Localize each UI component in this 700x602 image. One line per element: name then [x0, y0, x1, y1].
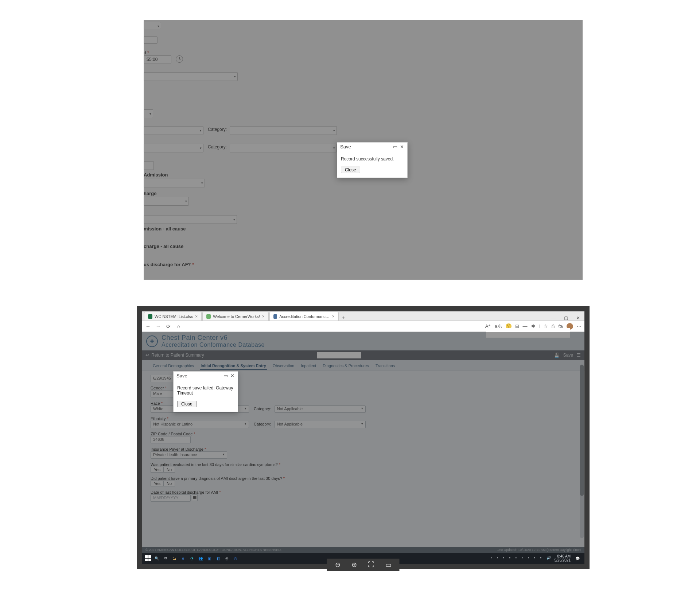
- new-tab-button[interactable]: +: [339, 314, 347, 321]
- search-icon[interactable]: 🔍: [153, 554, 161, 562]
- clock-time: 8:46 AM: [555, 554, 571, 558]
- browser-tab-1[interactable]: WC NSTEMI List.xlsx ×: [144, 312, 202, 321]
- modal-title: Save: [340, 144, 351, 149]
- svg-rect-0: [145, 555, 148, 558]
- close-window-icon[interactable]: ✕: [572, 315, 584, 321]
- ie-icon[interactable]: e: [179, 554, 187, 562]
- maximize-icon[interactable]: ▭: [223, 373, 228, 378]
- modal-body: Record successfully saved.: [337, 151, 407, 167]
- app-icon-1[interactable]: ▣: [205, 554, 213, 562]
- screenshot-1: ▾ d :55:00 ▾ ▾ ▾ Category: ▾ ▾ Category:…: [144, 20, 583, 280]
- close-button[interactable]: Close: [341, 167, 360, 173]
- file-explorer-icon[interactable]: 🗂: [170, 554, 178, 562]
- zoom-in-icon[interactable]: ⊕: [351, 561, 357, 569]
- taskbar-clock[interactable]: 8:46 AM 5/26/2021: [555, 554, 571, 562]
- clock-date: 5/26/2021: [555, 558, 571, 562]
- browser-tab-3[interactable]: Accreditation Conformance Data ×: [269, 312, 339, 321]
- edge-icon[interactable]: ◔: [188, 554, 196, 562]
- fullscreen-icon[interactable]: ⛶: [368, 561, 374, 569]
- minimize-window-icon[interactable]: —: [547, 315, 560, 321]
- start-menu-icon[interactable]: [144, 554, 152, 562]
- screenshot-2-frame: WC NSTEMI List.xlsx × Welcome to CernerW…: [137, 306, 590, 569]
- screenshot-2: WC NSTEMI List.xlsx × Welcome to CernerW…: [142, 311, 584, 564]
- save-error-modal: Save ▭ ✕ Record save failed: Gateway Tim…: [173, 371, 238, 412]
- close-tab-icon[interactable]: ×: [195, 314, 198, 319]
- close-icon[interactable]: ✕: [399, 144, 404, 149]
- back-icon[interactable]: ←: [145, 323, 151, 329]
- close-icon[interactable]: ✕: [230, 373, 235, 378]
- browser-tabbar: WC NSTEMI List.xlsx × Welcome to CernerW…: [142, 311, 584, 321]
- tab-label: Accreditation Conformance Data: [279, 314, 330, 319]
- maximize-window-icon[interactable]: ▢: [560, 315, 572, 321]
- save-success-modal: Save ▭ ✕ Record successfully saved. Clos…: [337, 142, 408, 178]
- home-icon[interactable]: ⌂: [175, 323, 182, 329]
- browser-tab-2[interactable]: Welcome to CernerWorks! ×: [202, 312, 269, 321]
- tab-label: Welcome to CernerWorks!: [213, 314, 260, 319]
- viewer-toolbar: ⊖ ⊕ ⛶ ▭: [327, 559, 400, 571]
- chrome-icon[interactable]: ◎: [223, 554, 231, 562]
- maximize-icon[interactable]: ▭: [393, 144, 398, 149]
- zoom-out-icon[interactable]: ⊖: [335, 561, 341, 569]
- close-tab-icon[interactable]: ×: [332, 314, 335, 319]
- modal-scrim: [142, 332, 584, 553]
- close-tab-icon[interactable]: ×: [262, 314, 265, 319]
- tab-label: WC NSTEMI List.xlsx: [155, 314, 193, 319]
- close-button[interactable]: Close: [177, 401, 197, 407]
- present-icon[interactable]: ▭: [385, 561, 392, 569]
- svg-rect-1: [148, 555, 151, 558]
- acc-favicon: [273, 314, 277, 319]
- refresh-icon[interactable]: ⟳: [165, 323, 172, 329]
- modal-body: Record save failed: Gateway Timeout: [174, 380, 238, 401]
- notifications-icon[interactable]: 💬: [573, 554, 582, 562]
- system-tray[interactable]: ▪▪▪ ▪▪▪ ▪▪▪ 🔊: [491, 556, 552, 561]
- svg-rect-2: [145, 559, 148, 561]
- menu-icon[interactable]: ⋯: [577, 323, 582, 329]
- app-icon-2[interactable]: ◧: [214, 554, 222, 562]
- taskview-icon[interactable]: ⧉: [162, 554, 170, 562]
- word-icon[interactable]: W: [232, 554, 240, 562]
- excel-favicon: [148, 314, 152, 319]
- svg-rect-3: [148, 559, 151, 561]
- modal-title: Save: [176, 373, 187, 378]
- teams-icon[interactable]: 👥: [197, 554, 205, 562]
- forward-icon: →: [155, 323, 162, 329]
- cerner-favicon: [206, 314, 211, 319]
- app-content: ✚ Chest Pain Center v6 Accreditation Con…: [142, 332, 584, 553]
